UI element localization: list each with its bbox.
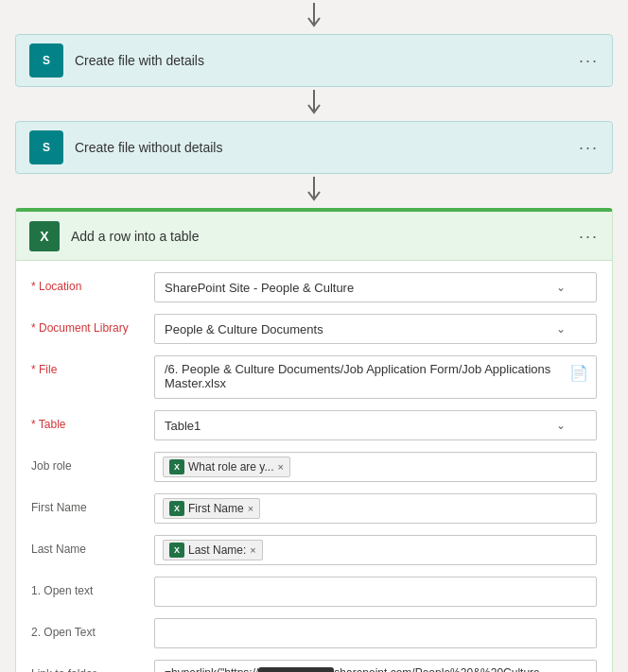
job-role-row: Job role X What role are y... × — [31, 452, 597, 482]
first-name-row: First Name X First Name × — [31, 493, 597, 524]
table-chevron: ⌄ — [556, 419, 566, 432]
step3-body: Location SharePoint Site - People & Cult… — [16, 261, 612, 672]
step2-title: Create file without details — [75, 140, 222, 155]
job-role-token-close[interactable]: × — [277, 461, 283, 473]
step3-title: Add a row into a table — [71, 229, 199, 244]
formula-prefix: =hyperlink("https:// — [165, 666, 258, 672]
last-name-field[interactable]: X Last Name: × — [154, 535, 597, 565]
link-to-folder-control: =hyperlink("https://sharepoint.com/Peopl… — [154, 660, 597, 672]
last-name-control: X Last Name: × — [154, 535, 597, 565]
step2-more-button[interactable]: ··· — [579, 138, 599, 158]
last-name-row: Last Name X Last Name: × — [31, 535, 597, 565]
file-field[interactable]: /6. People & Culture Documents/Job Appli… — [154, 355, 597, 399]
location-label: Location — [31, 272, 154, 293]
job-role-token-text: What role are y... — [188, 460, 273, 474]
location-dropdown[interactable]: SharePoint Site - People & Culture ⌄ — [154, 272, 597, 302]
first-name-field[interactable]: X First Name × — [154, 493, 597, 524]
open-text-1-row: 1. Open text — [31, 577, 597, 607]
first-name-label: First Name — [31, 493, 154, 514]
document-library-chevron: ⌄ — [556, 322, 566, 336]
arrow2 — [15, 174, 613, 208]
open-text-2-label: 2. Open Text — [31, 618, 154, 639]
document-library-value: People & Culture Documents — [165, 322, 323, 336]
job-role-control: X What role are y... × — [154, 452, 597, 482]
arrow1 — [15, 87, 613, 121]
table-row: Table Table1 ⌄ — [31, 410, 597, 440]
svg-text:S: S — [43, 141, 50, 154]
document-library-row: Document Library People & Culture Docume… — [31, 314, 597, 344]
file-value: /6. People & Culture Documents/Job Appli… — [165, 362, 586, 390]
step1-title: Create file with details — [75, 53, 204, 68]
last-name-token-close[interactable]: × — [250, 544, 255, 556]
file-control: /6. People & Culture Documents/Job Appli… — [154, 355, 597, 399]
file-row: File /6. People & Culture Documents/Job … — [31, 355, 597, 399]
last-name-token-text: Last Name: — [188, 543, 246, 557]
location-control: SharePoint Site - People & Culture ⌄ — [154, 272, 597, 302]
first-name-token: X First Name × — [163, 498, 260, 519]
link-to-folder-field[interactable]: =hyperlink("https://sharepoint.com/Peopl… — [154, 660, 597, 672]
table-value: Table1 — [165, 419, 201, 433]
open-text-2-input[interactable] — [154, 618, 597, 648]
document-library-label: Document Library — [31, 314, 154, 335]
link-to-folder-row: Link to folder =hyperlink("https://share… — [31, 660, 597, 672]
document-library-control: People & Culture Documents ⌄ — [154, 314, 597, 344]
first-name-token-text: First Name — [188, 502, 244, 515]
step3-header: X Add a row into a table ··· — [16, 212, 612, 261]
step2-icon: S — [29, 130, 63, 164]
open-text-1-label: 1. Open text — [31, 577, 154, 597]
table-dropdown[interactable]: Table1 ⌄ — [154, 410, 597, 440]
location-row: Location SharePoint Site - People & Cult… — [31, 272, 597, 302]
open-text-1-control — [154, 577, 597, 607]
open-text-2-control — [154, 618, 597, 648]
job-role-token-icon: X — [169, 459, 184, 474]
first-name-token-icon: X — [169, 501, 184, 516]
step1-more-button[interactable]: ··· — [579, 51, 599, 71]
open-text-1-input[interactable] — [154, 577, 597, 607]
file-picker-icon[interactable]: 📄 — [569, 364, 588, 382]
file-label: File — [31, 355, 154, 376]
last-name-label: Last Name — [31, 535, 154, 556]
table-label: Table — [31, 410, 154, 431]
last-name-token: X Last Name: × — [163, 540, 263, 560]
formula-suffix: sharepoint.com/People%20&%20Culture — [334, 666, 539, 672]
top-arrow — [15, 0, 613, 34]
last-name-token-icon: X — [169, 543, 184, 558]
formula-line1: =hyperlink("https://sharepoint.com/Peopl… — [165, 666, 586, 672]
location-value: SharePoint Site - People & Culture — [165, 281, 354, 295]
step1-icon: S — [29, 43, 63, 78]
document-library-dropdown[interactable]: People & Culture Documents ⌄ — [154, 314, 597, 344]
location-chevron: ⌄ — [556, 281, 566, 294]
step3-more-button[interactable]: ··· — [579, 226, 599, 246]
redacted-domain — [258, 667, 334, 672]
link-to-folder-label: Link to folder — [31, 660, 154, 672]
table-control: Table1 ⌄ — [154, 410, 597, 440]
job-role-field[interactable]: X What role are y... × — [154, 452, 597, 482]
first-name-control: X First Name × — [154, 493, 597, 524]
step3-card: X Add a row into a table ··· Location Sh… — [15, 208, 613, 672]
first-name-token-close[interactable]: × — [248, 503, 253, 514]
svg-text:S: S — [43, 54, 50, 67]
open-text-2-row: 2. Open Text — [31, 618, 597, 648]
job-role-label: Job role — [31, 452, 154, 473]
step1-card: S Create file with details ··· — [15, 34, 613, 87]
step2-card: S Create file without details ··· — [15, 121, 613, 174]
job-role-token: X What role are y... × — [163, 457, 290, 477]
excel-icon: X — [29, 221, 60, 251]
